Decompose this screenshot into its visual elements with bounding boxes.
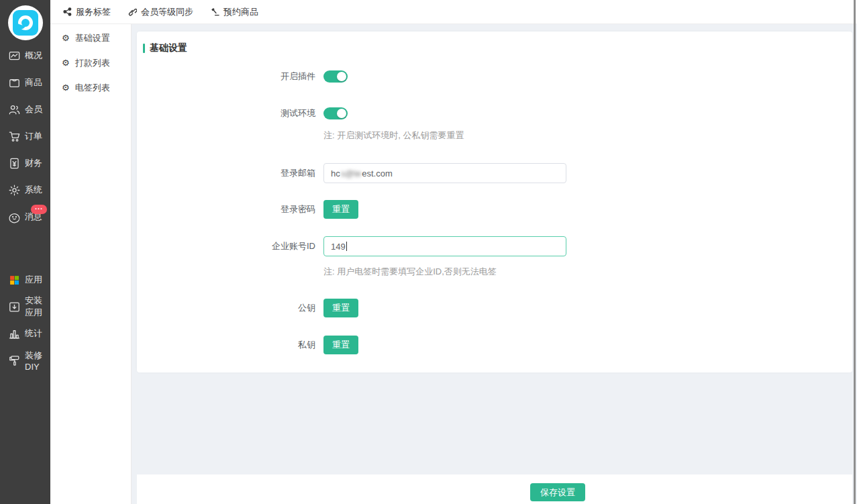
sidebar-item-install-app[interactable]: 安装应用	[0, 293, 50, 320]
gear-icon: ⚙	[62, 58, 70, 67]
toggle-knob	[337, 109, 346, 118]
plugin-toggle[interactable]	[323, 70, 348, 83]
submenu-item-payment-list[interactable]: ⚙ 打款列表	[50, 50, 131, 75]
submenu-item-label: 电签列表	[75, 82, 110, 94]
sidebar-item-label: 概况	[25, 50, 42, 62]
toggle-knob	[337, 72, 346, 81]
test-env-note: 注: 开启测试环境时, 公私钥需要重置	[323, 130, 464, 142]
company-id-field[interactable]: 149	[323, 236, 566, 256]
password-reset-button[interactable]: 重置	[323, 200, 358, 219]
test-env-toggle[interactable]	[323, 107, 348, 119]
gavel-icon	[211, 7, 219, 16]
form-row-email: 登录邮箱 hcs@teest.com	[137, 163, 852, 183]
system-icon	[8, 184, 21, 197]
goods-icon	[8, 77, 21, 89]
form-row-test-env: 测试环境	[137, 107, 852, 119]
private-key-label: 私钥	[137, 339, 315, 351]
tab-member-level-sync[interactable]: 会员等级同步	[128, 6, 193, 18]
tab-service-tags[interactable]: 服务标签	[63, 6, 111, 18]
orders-icon	[8, 130, 21, 143]
message-badge: ...	[31, 205, 47, 214]
stats-icon	[8, 327, 21, 340]
gear-icon: ⚙	[62, 83, 70, 92]
sidebar-item-stats[interactable]: 统计	[0, 320, 50, 347]
sidebar-item-label: 装修DIY	[25, 350, 50, 372]
app-logo[interactable]	[0, 0, 50, 42]
public-key-label: 公钥	[137, 302, 315, 314]
submenu-item-esign-list[interactable]: ⚙ 电签列表	[50, 75, 131, 100]
submenu-item-label: 基础设置	[75, 32, 110, 44]
email-label: 登录邮箱	[137, 167, 315, 179]
sidebar-item-members[interactable]: 会员	[0, 96, 50, 123]
sidebar-item-label: 会员	[25, 103, 42, 115]
email-value-masked: s@te	[341, 168, 362, 179]
sidebar-group-apps: 应用 安装应用 统计 装修DIY	[0, 266, 50, 374]
sidebar-item-label: 安装应用	[25, 295, 50, 319]
sidebar-item-overview[interactable]: 概况	[0, 42, 50, 69]
sidebar-item-decorate-diy[interactable]: 装修DIY	[0, 347, 50, 374]
sidebar-item-label: 应用	[25, 274, 42, 286]
sidebar-item-messages[interactable]: 消息 ...	[0, 203, 50, 230]
logo-circle	[8, 5, 43, 40]
basic-settings-panel: 基础设置 开启插件 测试环境 注: 开启测试环境时, 公私钥需要重置 登录邮箱 …	[137, 32, 852, 372]
sidebar-item-orders[interactable]: 订单	[0, 123, 50, 150]
form-row-company-id: 企业账号ID 149	[137, 236, 852, 256]
text-caret	[346, 242, 347, 251]
sidebar-item-apps[interactable]: 应用	[0, 266, 50, 293]
email-field[interactable]: hcs@teest.com	[323, 163, 566, 183]
public-key-reset-button[interactable]: 重置	[323, 299, 358, 317]
overview-icon	[8, 50, 21, 62]
footer-bar: 保存设置	[137, 474, 852, 504]
topbar: 服务标签 会员等级同步 预约商品	[50, 0, 857, 24]
save-settings-button[interactable]: 保存设置	[530, 483, 585, 501]
sidebar-item-finance[interactable]: 财务	[0, 150, 50, 177]
password-label: 登录密码	[137, 203, 315, 215]
main-content-area: 基础设置 开启插件 测试环境 注: 开启测试环境时, 公私钥需要重置 登录邮箱 …	[132, 24, 857, 504]
sidebar-item-label: 财务	[25, 157, 42, 169]
install-app-icon	[8, 301, 21, 313]
finance-icon	[8, 157, 21, 170]
logo-q-mark	[18, 15, 33, 30]
sidebar-item-label: 订单	[25, 130, 42, 142]
test-env-label: 测试环境	[137, 107, 315, 119]
email-value-suffix: est.com	[362, 168, 393, 179]
form-row-private-key: 私钥 重置	[137, 336, 852, 354]
vertical-scrollbar[interactable]	[854, 0, 856, 504]
page-title: 基础设置	[150, 42, 187, 54]
gear-icon: ⚙	[62, 34, 70, 42]
submenu-item-basic-settings[interactable]: ⚙ 基础设置	[50, 26, 131, 50]
share-icon	[63, 7, 72, 16]
app-sidebar: 概况 商品 会员 订单 财务	[0, 0, 50, 504]
sidebar-item-label: 系统	[25, 184, 42, 196]
tab-reserved-goods[interactable]: 预约商品	[211, 6, 258, 18]
form-row-password: 登录密码 重置	[137, 200, 852, 219]
panel-header: 基础设置	[143, 42, 187, 54]
submenu-item-label: 打款列表	[75, 57, 110, 69]
form-row-public-key: 公钥 重置	[137, 299, 852, 317]
sidebar-item-label: 商品	[25, 77, 42, 89]
plugin-submenu: ⚙ 基础设置 ⚙ 打款列表 ⚙ 电签列表	[50, 24, 132, 504]
sidebar-item-system[interactable]: 系统	[0, 177, 50, 203]
tab-label: 服务标签	[76, 6, 111, 18]
decorate-diy-icon	[8, 354, 21, 367]
logo-square	[13, 10, 38, 36]
tab-label: 会员等级同步	[141, 6, 193, 18]
sidebar-item-goods[interactable]: 商品	[0, 69, 50, 96]
apps-icon	[8, 274, 21, 287]
company-id-label: 企业账号ID	[137, 240, 315, 252]
accent-bar	[143, 44, 145, 53]
sidebar-group-main: 概况 商品 会员 订单 财务	[0, 42, 50, 230]
plugin-label: 开启插件	[137, 70, 315, 83]
private-key-reset-button[interactable]: 重置	[323, 336, 358, 354]
sidebar-item-label: 统计	[25, 327, 42, 340]
form-row-plugin: 开启插件	[137, 70, 852, 83]
members-icon	[8, 103, 21, 116]
company-id-note: 注: 用户电签时需要填写企业ID,否则无法电签	[323, 266, 497, 278]
link-icon	[128, 7, 137, 16]
company-id-value: 149	[331, 242, 346, 252]
message-icon	[8, 211, 21, 223]
email-value-prefix: hc	[331, 168, 340, 179]
tab-label: 预约商品	[223, 6, 258, 18]
